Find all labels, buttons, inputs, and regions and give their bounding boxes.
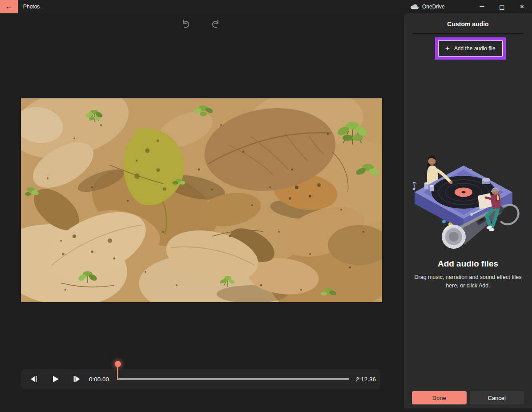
close-icon: ✕ (520, 4, 524, 10)
undo-button[interactable] (180, 18, 191, 29)
panel-title: Custom audio (404, 13, 532, 28)
video-preview-image (21, 98, 382, 302)
add-audio-highlight-box: + Add the audio file (435, 37, 506, 60)
onedrive-cloud-icon (410, 4, 419, 10)
onedrive-label: OneDrive (422, 4, 445, 10)
current-time: 0:00.00 (89, 369, 109, 389)
next-frame-button[interactable] (70, 373, 84, 385)
panel-divider (412, 33, 524, 34)
empty-state-heading: Add audio files (404, 259, 532, 269)
video-preview (21, 98, 382, 302)
add-audio-file-button[interactable]: + Add the audio file (438, 40, 503, 57)
done-button[interactable]: Done (412, 391, 467, 404)
previous-frame-button[interactable] (28, 373, 41, 385)
empty-state-description: Drag music, narration and sound effect f… (412, 273, 524, 290)
playhead-handle[interactable] (115, 361, 121, 367)
plus-icon: + (445, 44, 450, 52)
minimize-button[interactable]: — (472, 0, 492, 13)
audio-illustration: ♪ ♫ (411, 154, 525, 254)
play-icon (50, 374, 60, 384)
redo-icon (210, 18, 222, 29)
photos-app-window: ← Photos OneDrive — □ ✕ (0, 0, 532, 412)
total-duration: 2:12.36 (356, 369, 376, 389)
timeline-track[interactable] (118, 378, 349, 380)
redo-button[interactable] (210, 18, 222, 29)
back-button[interactable]: ← (0, 0, 18, 13)
play-button[interactable] (49, 373, 62, 385)
previous-frame-icon (28, 374, 39, 384)
app-title: Photos (23, 0, 40, 13)
add-audio-file-label: Add the audio file (454, 45, 496, 52)
undo-icon (180, 18, 191, 29)
minimize-icon: — (480, 3, 484, 9)
back-arrow-icon: ← (5, 3, 12, 10)
maximize-icon: □ (499, 4, 504, 10)
panel-footer: Done Cancel (412, 391, 524, 404)
onedrive-title-group: OneDrive (410, 0, 445, 13)
titlebar: ← Photos OneDrive — □ ✕ (0, 0, 532, 13)
playback-bar: 0:00.00 2:12.36 (21, 369, 380, 389)
turntable-illustration: ♪ ♫ (411, 154, 525, 254)
panel-bottom-strip (404, 408, 532, 412)
custom-audio-panel: Custom audio + Add the audio file ♪ ♫ (404, 13, 532, 412)
close-button[interactable]: ✕ (512, 0, 532, 13)
cancel-button[interactable]: Cancel (470, 391, 524, 404)
next-frame-icon (71, 374, 82, 384)
maximize-button[interactable]: □ (492, 0, 512, 13)
window-controls: — □ ✕ (472, 0, 532, 13)
